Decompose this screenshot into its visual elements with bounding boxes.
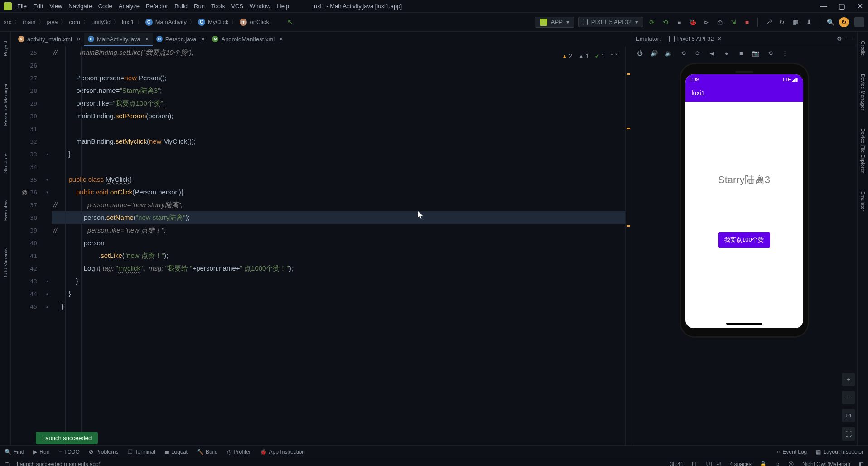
lock-icon[interactable]: 🔒 [760, 461, 767, 466]
rail-device-file-explorer[interactable]: Device File Explorer [860, 128, 866, 173]
code-line[interactable]: } [52, 300, 625, 313]
sdk-icon[interactable]: ⬇ [804, 17, 814, 27]
line-number[interactable]: 43 [11, 275, 43, 287]
menu-window[interactable]: Window [247, 2, 273, 10]
code-line[interactable]: mainBinding.setPerson(person); [52, 110, 625, 122]
screenshot-icon[interactable]: 📷 [752, 49, 760, 57]
close-button[interactable]: ✕ [855, 2, 864, 11]
tool-profiler[interactable]: ◷Profiler [227, 449, 251, 455]
avd-icon[interactable]: ▦ [791, 17, 800, 27]
line-number[interactable]: 25 [11, 46, 43, 59]
theme-indicator[interactable]: Night Owl (Material) [802, 461, 850, 466]
maximize-button[interactable]: ▢ [837, 2, 846, 11]
fold-toggle[interactable] [43, 211, 52, 224]
breadcrumb-main[interactable]: main [23, 19, 35, 25]
menu-run[interactable]: Run [191, 2, 207, 10]
breadcrumb-unity3d[interactable]: unity3d [92, 19, 111, 25]
fold-toggle[interactable]: ▴ [43, 148, 52, 160]
settings-icon[interactable]: ↻ [839, 17, 849, 27]
line-number[interactable]: 37 [11, 199, 43, 211]
breadcrumb-myclick[interactable]: MyClick [208, 19, 229, 25]
close-icon[interactable]: ✕ [279, 36, 283, 42]
git-icon[interactable]: ⎇ [763, 17, 773, 27]
attach-icon[interactable]: ⇲ [728, 17, 738, 27]
zoom-11-icon[interactable]: 1:1 [842, 409, 855, 422]
fold-toggle[interactable] [43, 122, 52, 135]
rail-emulator[interactable]: Emulator [860, 191, 866, 211]
inspection-summary[interactable]: ▲2 ▲1 ✔1 ˄˅ [562, 50, 618, 63]
line-number[interactable]: 45 [11, 300, 43, 313]
tool-build[interactable]: 🔨Build [197, 449, 218, 455]
rail-structure[interactable]: Structure [3, 153, 8, 174]
line-number[interactable]: 28 [11, 84, 43, 97]
tool-problems[interactable]: ⊘Problems [89, 449, 119, 455]
line-number[interactable]: 42 [11, 262, 43, 275]
code-line[interactable]: person.like="我要点100个赞"; [52, 97, 625, 110]
line-number[interactable]: 44 [11, 287, 43, 300]
menu-navigate[interactable]: Navigate [66, 2, 94, 10]
rail-resource-manager[interactable]: Resource Manager [3, 83, 8, 126]
menu-tools[interactable]: Tools [208, 2, 227, 10]
tab-person-java[interactable]: CPerson.java✕ [153, 33, 209, 46]
device-selector[interactable]: PIXEL 5 API 32 ▾ [578, 17, 643, 27]
tool-todo[interactable]: ≡TODO [58, 449, 79, 455]
next-highlight-icon[interactable]: ˅ [615, 50, 618, 63]
rail-favorites[interactable]: Favorites [3, 200, 8, 221]
breadcrumb-com[interactable]: com [69, 19, 80, 25]
face-icon[interactable]: ☺ [775, 461, 780, 466]
fold-toggle[interactable] [43, 249, 52, 262]
more-icon[interactable]: ⋮ [781, 49, 789, 57]
encoding[interactable]: UTF-8 [706, 461, 722, 466]
breadcrumb-src[interactable]: src [4, 19, 11, 25]
breadcrumb-mainactivity[interactable]: MainActivity [155, 19, 187, 25]
code-line[interactable]: Person person=new Person(); [52, 72, 625, 84]
gesture-bar[interactable] [685, 319, 803, 328]
fold-toggle[interactable] [43, 97, 52, 110]
update-icon[interactable]: ↻ [777, 17, 787, 27]
stop-icon[interactable]: ■ [742, 17, 752, 27]
minimize-panel-icon[interactable]: — [847, 35, 853, 42]
line-number[interactable]: 27 [11, 72, 43, 84]
debug-icon[interactable]: ≡ [674, 17, 684, 27]
line-number[interactable]: 29 [11, 97, 43, 110]
code-line[interactable]: // person.name="new starry陆离"; [52, 199, 625, 211]
code-line[interactable]: } [52, 275, 625, 287]
code-line[interactable]: mainBinding.setMyclick(new MyClick()); [52, 135, 625, 148]
code-line[interactable]: public void onClick(Person person){ [52, 186, 625, 199]
rail-build-variants[interactable]: Build Variants [3, 248, 8, 279]
code-line[interactable]: public class MyClick{ [52, 173, 625, 186]
code-line[interactable]: Log.i( tag: "myclick", msg: "我要给 "+perso… [52, 262, 625, 275]
fold-toggle[interactable] [43, 199, 52, 211]
nav-back-icon[interactable]: ↖ [287, 18, 293, 26]
fold-gutter[interactable]: ▴▾▾▴▴▴ [43, 46, 52, 445]
close-icon[interactable]: ✕ [717, 35, 722, 42]
bug-icon[interactable]: 🐞 [688, 17, 698, 27]
volume-up-icon[interactable]: 🔊 [650, 49, 658, 57]
zoom-out-icon[interactable]: − [842, 391, 855, 404]
close-icon[interactable]: ✕ [201, 36, 205, 42]
line-number[interactable]: @36 [11, 186, 43, 199]
fold-toggle[interactable] [43, 110, 52, 122]
close-icon[interactable]: ✕ [145, 36, 149, 42]
caret-position[interactable]: 38:41 [670, 461, 684, 466]
breadcrumb-onclick[interactable]: onClick [250, 19, 269, 25]
code-editor[interactable]: ▲2 ▲1 ✔1 ˄˅ // mainBinding.setLike("我要点1… [52, 46, 625, 445]
line-number[interactable]: 26 [11, 59, 43, 72]
tab-androidmanifest-xml[interactable]: MAndroidManifest.xml✕ [208, 33, 287, 46]
sync-icon[interactable]: ⟳ [647, 17, 657, 27]
home-icon[interactable]: ● [723, 49, 731, 57]
fold-toggle[interactable] [43, 46, 52, 59]
line-number[interactable]: 30 [11, 110, 43, 122]
code-line[interactable]: // person.like="new 点赞！"; [52, 224, 625, 237]
zoom-fit-icon[interactable]: ⛶ [842, 427, 855, 441]
breadcrumb-luxi1[interactable]: luxi1 [122, 19, 134, 25]
tab-activity_main-xml[interactable]: xactivity_main.xml✕ [14, 33, 84, 46]
fold-toggle[interactable]: ▾ [43, 186, 52, 199]
code-line[interactable]: } [52, 148, 625, 160]
menu-view[interactable]: View [47, 2, 65, 10]
line-number[interactable]: 33 [11, 148, 43, 160]
code-line[interactable] [52, 122, 625, 135]
menu-edit[interactable]: Edit [30, 2, 46, 10]
line-number[interactable]: 38 [11, 211, 43, 224]
line-number[interactable]: 34 [11, 160, 43, 173]
